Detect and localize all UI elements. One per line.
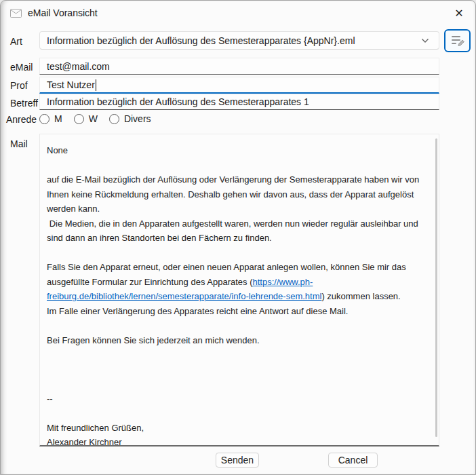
mail-body[interactable]: Noneauf die E-Mail bezüglich der Auflösu… <box>39 134 439 446</box>
radio-divers[interactable]: Divers <box>109 113 151 124</box>
mail-text-run: None <box>47 145 68 155</box>
cancel-button[interactable]: Cancel <box>328 453 378 468</box>
prof-value: Test Nutzer <box>47 79 95 90</box>
mail-paragraph: Bei Fragen können Sie sich jederzeit an … <box>47 333 428 348</box>
mail-text-run: -- <box>47 394 53 404</box>
mail-paragraph: -- <box>47 392 428 406</box>
email-preview-dialog: eMail Voransicht ✕ Art Information bezüg… <box>0 0 476 475</box>
betreff-field[interactable]: Information bezüglich der Auflösung des … <box>39 94 439 110</box>
mail-label: Mail <box>10 138 28 149</box>
titlebar: eMail Voransicht ✕ <box>1 1 475 25</box>
mail-paragraph: Im Falle einer Verlängerung des Apparate… <box>47 304 428 319</box>
art-label: Art <box>10 36 22 47</box>
mail-text-run: Alexander Kirchner <box>47 437 122 446</box>
text-caret <box>96 79 96 91</box>
mail-text-run: Bei Fragen können Sie sich jederzeit an … <box>47 335 260 345</box>
email-value: test@mail.com <box>47 61 110 72</box>
radio-w-label: W <box>89 113 98 124</box>
mail-paragraph: Mit freundlichen Grüßen, <box>47 421 428 436</box>
mail-paragraph <box>47 318 428 333</box>
radio-circle-icon <box>74 114 84 124</box>
edit-template-button[interactable] <box>444 29 471 52</box>
radio-m-label: M <box>54 113 62 124</box>
mail-paragraph: Alexander Kirchner <box>47 435 428 446</box>
art-template-select[interactable]: Information bezüglich der Auflösung des … <box>39 31 439 50</box>
mail-text-run: Falls Sie den Apparat erneut, oder einen… <box>47 262 408 287</box>
mail-text-run: auf die E-Mail bezüglich der Auflösung o… <box>47 174 422 214</box>
prof-field[interactable]: Test Nutzer <box>39 77 439 94</box>
anrede-radio-group: M W Divers <box>39 112 151 126</box>
mail-paragraph <box>47 347 428 362</box>
mail-paragraph <box>47 406 428 421</box>
art-selected-value: Information bezüglich der Auflösung des … <box>47 35 421 46</box>
mail-text-run: ) zukommen lassen. <box>321 291 400 301</box>
email-field[interactable]: test@mail.com <box>39 58 439 75</box>
betreff-label: Betreff <box>10 98 38 109</box>
prof-label: Prof <box>10 80 28 91</box>
mail-paragraph: Die Medien, die in den Apparaten aufgest… <box>47 216 428 246</box>
window-title: eMail Voransicht <box>28 7 98 18</box>
mail-paragraph: None <box>47 143 428 158</box>
radio-circle-icon <box>109 114 119 124</box>
mail-text-run: Die Medien, die in den Apparaten aufgest… <box>47 218 420 244</box>
close-icon: ✕ <box>454 7 463 20</box>
mail-paragraph: auf die E-Mail bezüglich der Auflösung o… <box>47 172 428 216</box>
envelope-icon <box>10 9 22 18</box>
radio-divers-label: Divers <box>124 113 151 124</box>
mail-paragraph: Falls Sie den Apparat erneut, oder einen… <box>47 260 428 304</box>
mail-paragraph <box>47 246 428 261</box>
radio-w[interactable]: W <box>74 113 98 124</box>
mail-text-run: Mit freundlichen Grüßen, <box>47 423 144 433</box>
edit-template-icon <box>450 35 465 47</box>
mail-text-run: Im Falle einer Verlängerung des Apparate… <box>47 306 348 316</box>
radio-m[interactable]: M <box>39 113 62 124</box>
mail-paragraph <box>47 362 428 377</box>
send-button[interactable]: Senden <box>216 453 259 468</box>
anrede-label: Anrede <box>6 114 37 125</box>
mail-scrollbar[interactable] <box>435 138 437 437</box>
betreff-value: Information bezüglich der Auflösung des … <box>47 96 309 107</box>
radio-circle-icon <box>39 114 49 124</box>
mail-paragraph <box>47 377 428 392</box>
chevron-down-icon <box>421 38 429 43</box>
close-button[interactable]: ✕ <box>448 4 470 22</box>
mail-paragraph <box>47 158 428 173</box>
email-label: eMail <box>10 62 33 73</box>
